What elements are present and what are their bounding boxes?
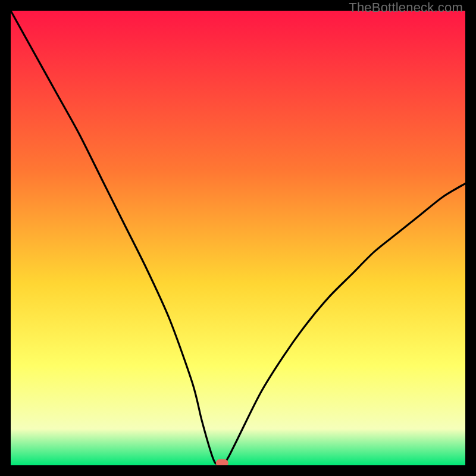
- watermark-label: TheBottleneck.com: [349, 0, 463, 15]
- chart-frame: [11, 11, 465, 465]
- optimal-point-marker: [216, 459, 228, 465]
- bottleneck-chart: [11, 11, 465, 465]
- gradient-background: [11, 11, 465, 465]
